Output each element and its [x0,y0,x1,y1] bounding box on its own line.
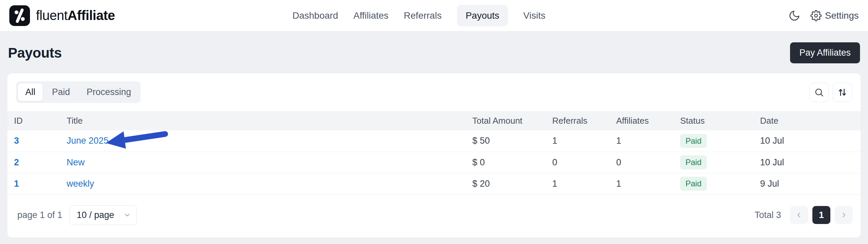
payout-id-link[interactable]: 1 [14,179,19,189]
settings-button[interactable]: Settings [810,10,859,21]
previous-page-button[interactable] [790,206,808,224]
nav-item-payouts[interactable]: Payouts [457,5,508,26]
column-header-affiliates: Affiliates [610,111,674,130]
sort-button[interactable] [833,83,852,102]
payout-amount: $ 0 [466,152,546,173]
payout-title-link[interactable]: weekly [67,179,94,189]
table-row: 1 weekly $ 20 1 1 Paid 9 Jul [7,173,861,194]
column-header-title: Title [60,111,466,130]
payout-affiliates: 1 [610,130,674,152]
status-filter-tabs: All Paid Processing [16,81,141,103]
filter-tab-all[interactable]: All [18,83,43,101]
payout-referrals: 1 [546,130,610,152]
page-info: page 1 of 1 [17,210,62,220]
page-size-value: 10 / page [76,210,114,220]
brand-name-light: fluent [36,8,68,23]
page-number-button[interactable]: 1 [812,206,830,224]
column-header-total-amount: Total Amount [466,111,546,130]
settings-label: Settings [825,10,859,21]
status-badge: Paid [680,177,707,191]
payout-referrals: 0 [546,152,610,173]
column-header-status: Status [674,111,753,130]
chevron-right-icon [840,211,848,219]
gear-icon [810,10,822,21]
page-size-select[interactable]: 10 / page [70,205,137,225]
nav-item-dashboard[interactable]: Dashboard [292,10,338,21]
table-row: 2 New $ 0 0 0 Paid 10 Jul [7,152,861,173]
payout-referrals: 1 [546,173,610,194]
payout-affiliates: 0 [610,152,674,173]
payout-title-link[interactable]: June 2025 [67,136,108,146]
column-header-id: ID [7,111,60,130]
main-nav: Dashboard Affiliates Referrals Payouts V… [292,0,545,31]
payout-date: 10 Jul [753,152,861,173]
nav-item-affiliates[interactable]: Affiliates [353,10,389,21]
pay-affiliates-button[interactable]: Pay Affiliates [790,42,860,63]
payouts-card: All Paid Processing [7,73,861,238]
payout-amount: $ 20 [466,173,546,194]
table-header: ID Title Total Amount Referrals Affiliat… [7,111,861,130]
status-badge: Paid [680,134,707,148]
topbar-right-actions: Settings [788,10,859,22]
payout-date: 9 Jul [753,173,861,194]
chevron-left-icon [795,211,803,219]
chevron-down-icon [123,211,131,219]
payout-amount: $ 50 [466,130,546,152]
pagination-left: page 1 of 1 10 / page [17,205,137,225]
column-header-date: Date [753,111,861,130]
sort-arrows-icon [837,87,848,98]
brand-wordmark: fluentAffiliate [36,8,115,23]
top-bar: fluentAffiliate Dashboard Affiliates Ref… [0,0,868,31]
card-toolbar: All Paid Processing [7,73,861,111]
nav-item-referrals[interactable]: Referrals [404,10,442,21]
payout-title-link[interactable]: New [67,157,85,167]
page-title: Payouts [8,45,62,61]
payout-affiliates: 1 [610,173,674,194]
payouts-table: ID Title Total Amount Referrals Affiliat… [7,111,861,195]
payouts-page: Payouts Pay Affiliates All Paid Processi… [0,31,868,238]
pagination-bar: page 1 of 1 10 / page Total 3 1 [7,195,861,238]
table-row: 3 June 2025 $ 50 1 1 Paid 10 Jul [7,130,861,152]
fluent-affiliate-logo-icon [9,5,30,26]
filter-tab-processing[interactable]: Processing [79,83,139,101]
moon-icon [788,10,800,22]
brand-logo[interactable]: fluentAffiliate [9,5,115,26]
next-page-button[interactable] [835,206,853,224]
dark-mode-toggle[interactable] [788,10,800,22]
payout-id-link[interactable]: 2 [14,157,19,167]
search-icon [814,87,824,97]
column-header-referrals: Referrals [546,111,610,130]
page-head: Payouts Pay Affiliates [0,31,868,63]
total-count: Total 3 [754,210,781,220]
nav-item-visits[interactable]: Visits [523,10,545,21]
status-badge: Paid [680,155,707,169]
payout-date: 10 Jul [753,130,861,152]
toolbar-actions [809,83,852,102]
filter-tab-paid[interactable]: Paid [44,83,78,101]
brand-name-bold: Affiliate [68,8,115,23]
search-button[interactable] [809,83,829,102]
pagination-right: Total 3 1 [754,206,853,224]
payout-id-link[interactable]: 3 [14,136,19,146]
